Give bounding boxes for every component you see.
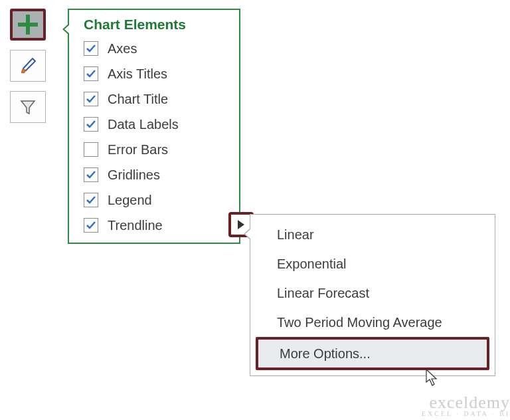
trendline-option-linear-forecast[interactable]: Linear Forecast: [250, 278, 495, 308]
option-label: Two Period Moving Average: [277, 315, 442, 330]
element-item-axis-titles[interactable]: Axis Titles: [84, 63, 230, 84]
trendline-option-more-options[interactable]: More Options...: [256, 337, 489, 370]
brush-icon: [18, 56, 38, 76]
chart-elements-flyout: Chart Elements Axes Axis Titles Chart Ti…: [68, 9, 240, 244]
element-item-gridlines[interactable]: Gridlines: [84, 164, 230, 185]
watermark-subtext: EXCEL · DATA · BI: [422, 410, 510, 417]
trendline-option-exponential[interactable]: Exponential: [250, 249, 495, 278]
checkbox[interactable]: [84, 66, 98, 81]
chart-elements-list: Axes Axis Titles Chart Title Data Labels: [84, 38, 230, 236]
chart-side-toolbar: [10, 9, 46, 123]
element-item-trendline[interactable]: Trendline: [84, 215, 230, 236]
element-label: Axis Titles: [108, 66, 167, 82]
trendline-option-two-period-moving-average[interactable]: Two Period Moving Average: [250, 308, 495, 337]
checkbox[interactable]: [84, 167, 98, 182]
element-label: Gridlines: [108, 167, 160, 183]
element-label: Legend: [108, 193, 152, 208]
checkbox[interactable]: [84, 193, 98, 207]
funnel-icon: [18, 97, 38, 117]
element-item-data-labels[interactable]: Data Labels: [84, 114, 230, 135]
checkbox[interactable]: [84, 92, 98, 106]
element-item-legend[interactable]: Legend: [84, 189, 230, 211]
trendline-option-linear[interactable]: Linear: [250, 220, 495, 249]
element-label: Axes: [108, 41, 137, 56]
option-label: More Options...: [280, 346, 371, 362]
chart-filters-button[interactable]: [10, 91, 46, 123]
plus-icon: [18, 15, 38, 35]
checkbox[interactable]: [84, 218, 98, 233]
element-label: Trendline: [108, 218, 163, 233]
option-label: Linear Forecast: [277, 286, 369, 301]
option-label: Exponential: [277, 257, 347, 272]
checkbox[interactable]: [84, 117, 98, 132]
chart-elements-button[interactable]: [10, 9, 46, 41]
element-item-axes[interactable]: Axes: [84, 38, 230, 59]
flyout-pointer: [62, 23, 69, 35]
checkbox[interactable]: [84, 142, 98, 157]
flyout-title: Chart Elements: [84, 17, 230, 33]
chart-styles-button[interactable]: [10, 50, 46, 82]
watermark: exceldemy EXCEL · DATA · BI: [422, 393, 510, 417]
element-item-chart-title[interactable]: Chart Title: [84, 88, 230, 110]
element-label: Data Labels: [108, 117, 179, 132]
element-label: Error Bars: [108, 142, 168, 158]
trendline-submenu: Linear Exponential Linear Forecast Two P…: [250, 214, 495, 376]
checkbox[interactable]: [84, 41, 98, 56]
submenu-pointer: [244, 228, 250, 240]
option-label: Linear: [277, 227, 314, 243]
element-item-error-bars[interactable]: Error Bars: [84, 139, 230, 160]
element-label: Chart Title: [108, 92, 168, 107]
